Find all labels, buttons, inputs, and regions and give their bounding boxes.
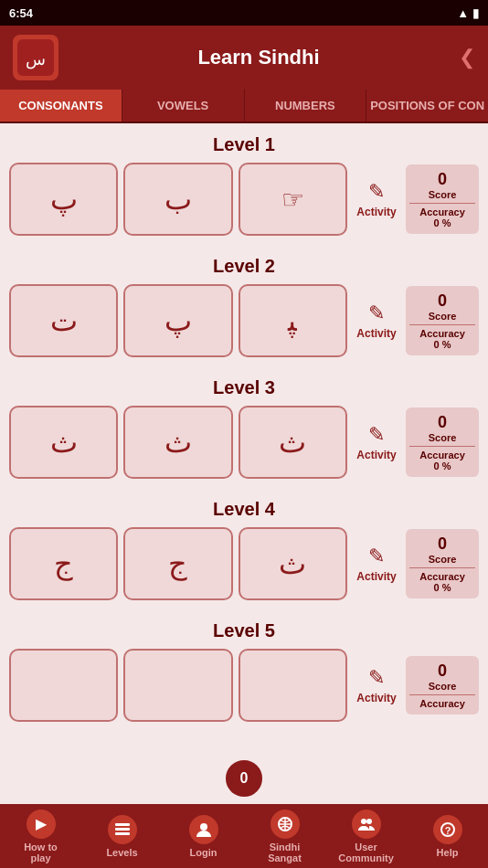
nav-levels-label: Levels — [106, 847, 137, 858]
nav-sindhi-sangat-label: SindhiSangat — [268, 842, 302, 863]
header: س Learn Sindhi ❮ — [0, 26, 488, 90]
level-3-char-3[interactable]: ث — [239, 406, 347, 479]
level-2-score-label: Score — [429, 311, 457, 322]
login-icon — [189, 815, 218, 844]
level-2-accuracy-val: 0 % — [434, 339, 451, 350]
level-1-activity-btn[interactable]: ✎ Activity — [353, 180, 400, 218]
level-1-char-2[interactable]: ب — [123, 163, 232, 236]
sindhi-sangat-icon — [271, 810, 300, 839]
level-5-section: Level 5 ✎ Activity 0 Score Accuracy — [0, 609, 488, 731]
level-1-char-3[interactable]: ☞ — [239, 163, 347, 236]
levels-icon — [108, 815, 137, 844]
level-1-accuracy-val: 0 % — [434, 217, 451, 228]
app-logo: س — [13, 35, 58, 80]
level-3-accuracy-val: 0 % — [434, 460, 451, 471]
nav-help[interactable]: ? Help — [407, 810, 488, 863]
tab-numbers[interactable]: NUMBERS — [245, 90, 367, 122]
level-5-char-2[interactable] — [123, 649, 232, 722]
status-icons: ▲ ▮ — [457, 6, 479, 20]
tab-vowels[interactable]: VOWELS — [122, 90, 245, 122]
back-button[interactable]: ❮ — [459, 46, 475, 69]
wifi-icon: ▲ — [457, 6, 469, 20]
level-1-title: Level 1 — [0, 123, 488, 163]
battery-icon: ▮ — [472, 6, 479, 20]
level-4-activity-btn[interactable]: ✎ Activity — [353, 545, 400, 583]
how-to-play-icon: ▶ — [27, 810, 56, 839]
level-2-char-1[interactable]: ت — [9, 284, 118, 357]
level-2-score-num: 0 — [409, 291, 475, 311]
level-2-title: Level 2 — [0, 245, 488, 284]
help-icon: ? — [433, 815, 462, 844]
nav-user-community[interactable]: UserCommunity — [325, 804, 407, 869]
level-4-activity-label: Activity — [356, 570, 396, 583]
level-3-activity-label: Activity — [356, 449, 396, 461]
activity-icon-3: ✎ — [368, 423, 385, 447]
nav-login[interactable]: Login — [163, 810, 244, 863]
level-3-activity-btn[interactable]: ✎ Activity — [353, 423, 400, 461]
level-3-char-1[interactable]: ث — [9, 406, 118, 479]
level-4-cards: ج ج ث — [9, 527, 347, 600]
tab-bar: CONSONANTS VOWELS NUMBERS POSITIONS OF C… — [0, 90, 488, 123]
svg-rect-4 — [115, 832, 130, 835]
cursor-icon: ☞ — [281, 185, 304, 215]
user-community-icon — [352, 810, 381, 839]
level-2-section: Level 2 ت پ ﭙ ✎ Activity 0 Score Accurac… — [0, 245, 488, 366]
nav-sindhi-sangat[interactable]: SindhiSangat — [244, 804, 325, 869]
level-2-activity-btn[interactable]: ✎ Activity — [353, 302, 400, 340]
level-4-accuracy-label: Accuracy — [419, 571, 465, 582]
level-5-cards — [9, 649, 347, 722]
level-2-char-3[interactable]: ﭙ — [239, 284, 347, 357]
level-5-activity-label: Activity — [356, 692, 396, 704]
level-3-title: Level 3 — [0, 366, 488, 406]
svg-text:س: س — [26, 50, 46, 69]
activity-icon-4: ✎ — [368, 545, 385, 568]
level-3-score-num: 0 — [409, 413, 475, 432]
nav-help-label: Help — [437, 847, 459, 858]
level-2-activity-label: Activity — [356, 327, 396, 340]
level-1-score-label: Score — [429, 189, 457, 200]
level-2-accuracy-label: Accuracy — [419, 328, 465, 339]
level-4-char-2[interactable]: ج — [123, 527, 232, 600]
nav-login-label: Login — [190, 847, 217, 858]
main-content: Level 1 ﭖ ب ☞ ✎ Activity 0 Score Accurac… — [0, 123, 488, 798]
nav-levels[interactable]: Levels — [81, 810, 163, 863]
level-4-title: Level 4 — [0, 488, 488, 527]
level-5-score-label: Score — [429, 681, 457, 692]
svg-rect-3 — [115, 828, 130, 831]
nav-how-to-play-label: How toplay — [24, 842, 58, 863]
nav-user-community-label: UserCommunity — [338, 842, 394, 863]
nav-how-to-play[interactable]: ▶ How toplay — [0, 804, 81, 869]
level-4-char-1[interactable]: ج — [9, 527, 118, 600]
activity-icon-2: ✎ — [368, 302, 385, 325]
svg-text:?: ? — [444, 825, 451, 836]
svg-rect-2 — [115, 823, 130, 826]
tab-positions[interactable]: POSITIONS OF CON — [366, 90, 488, 122]
status-bar: 6:54 ▲ ▮ — [0, 0, 488, 26]
level-3-score-label: Score — [429, 432, 457, 443]
level-5-char-1[interactable] — [9, 649, 118, 722]
level-2-char-2[interactable]: پ — [123, 284, 232, 357]
level-1-char-1[interactable]: ﭖ — [9, 163, 118, 236]
level-3-char-2[interactable]: ث — [123, 406, 232, 479]
svg-point-5 — [200, 823, 207, 831]
level-4-score-num: 0 — [409, 535, 475, 554]
level-5-row: ✎ Activity 0 Score Accuracy — [0, 649, 488, 731]
level-1-score-box: 0 Score Accuracy 0 % — [406, 164, 479, 234]
level5-badge: 0 — [223, 757, 265, 799]
level-4-accuracy-val: 0 % — [434, 582, 451, 593]
level-5-char-3[interactable] — [239, 649, 347, 722]
tab-consonants[interactable]: CONSONANTS — [0, 90, 122, 122]
level-1-row: ﭖ ب ☞ ✎ Activity 0 Score Accuracy 0 % — [0, 163, 488, 245]
level-5-activity-btn[interactable]: ✎ Activity — [353, 666, 400, 704]
level-4-char-3[interactable]: ث — [239, 527, 347, 600]
level-5-title: Level 5 — [0, 609, 488, 649]
activity-icon-1: ✎ — [368, 180, 385, 204]
level-1-accuracy-label: Accuracy — [419, 206, 465, 217]
level-3-section: Level 3 ث ث ث ✎ Activity 0 Score Accurac… — [0, 366, 488, 488]
level-1-score-num: 0 — [409, 170, 475, 189]
level-5-score-box: 0 Score Accuracy — [406, 656, 479, 715]
level-3-score-box: 0 Score Accuracy 0 % — [406, 408, 479, 477]
level-3-cards: ث ث ث — [9, 406, 347, 479]
svg-point-10 — [366, 819, 372, 824]
activity-icon-5: ✎ — [368, 666, 385, 690]
